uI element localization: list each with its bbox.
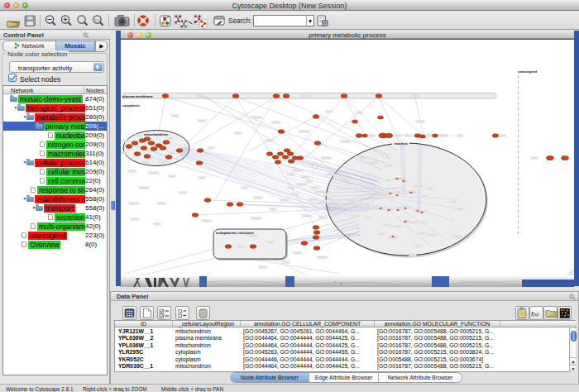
svg-text:plasma membrane: plasma membrane — [122, 94, 153, 98]
svg-text:nucleus: nucleus — [395, 141, 408, 146]
svg-text:cytoplasm: cytoplasm — [122, 103, 140, 108]
svg-text:mitochondrion: mitochondrion — [144, 132, 169, 136]
svg-text:unassigned: unassigned — [518, 69, 538, 74]
svg-text:endoplasmic reticulum: endoplasmic reticulum — [216, 231, 254, 235]
svg-text:1:1: 1:1 — [95, 18, 100, 22]
